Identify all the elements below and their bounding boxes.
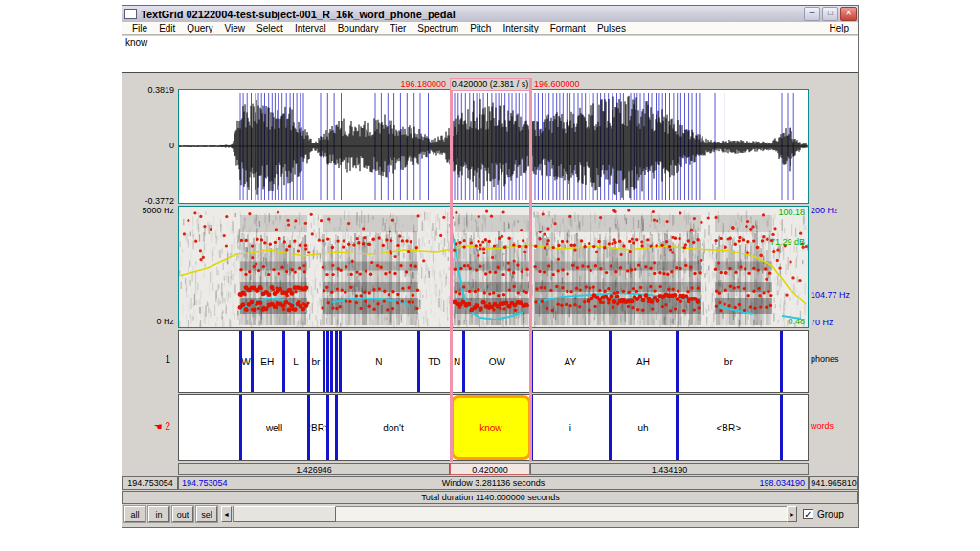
menu-interval[interactable]: Interval xyxy=(289,23,332,33)
group-checkbox[interactable]: ✓ xyxy=(803,509,813,519)
menu-query[interactable]: Query xyxy=(181,23,218,33)
visible-window-bar[interactable]: 194.753054 Window 3.281136 seconds 198.0… xyxy=(178,476,809,490)
minimize-button[interactable]: ─ xyxy=(804,7,820,21)
tier-interval[interactable]: EH xyxy=(252,331,283,392)
interval-label: know xyxy=(479,423,501,433)
tier-interval[interactable]: i xyxy=(531,395,610,460)
interval-boundary[interactable] xyxy=(307,331,310,392)
selection-duration-label[interactable]: 0.420000 (2.381 / s) xyxy=(450,78,530,91)
maximize-button[interactable]: □ xyxy=(822,7,838,21)
tier-interval[interactable]: L xyxy=(283,331,308,392)
zoom-out-button[interactable]: out xyxy=(172,506,193,522)
tier-interval[interactable]: <BR> xyxy=(308,395,327,460)
menu-pitch[interactable]: Pitch xyxy=(464,23,497,33)
tier-interval[interactable]: don't xyxy=(336,395,451,460)
total-duration-bar[interactable]: Total duration 1140.000000 seconds xyxy=(122,491,858,504)
interval-boundary[interactable] xyxy=(780,331,783,392)
title-bar[interactable]: TextGrid 02122004-test-subject-001_R_16k… xyxy=(122,6,858,22)
tier-interval[interactable]: br xyxy=(677,331,781,392)
scrollbar-thumb[interactable] xyxy=(234,506,336,522)
interval-boundary[interactable] xyxy=(239,395,242,460)
menu-view[interactable]: View xyxy=(219,23,252,33)
interval-boundary[interactable] xyxy=(335,331,338,392)
tier-phones[interactable]: WEHLbrNTDNOWAYAHbr xyxy=(178,330,809,393)
interval-boundary[interactable] xyxy=(609,395,612,460)
selected-interval[interactable]: know xyxy=(451,395,531,460)
selection-start-marker[interactable] xyxy=(450,78,453,462)
menu-select[interactable]: Select xyxy=(251,23,289,33)
selected-tier-pointer-icon: ☚ xyxy=(154,421,163,431)
scroll-left-arrow[interactable]: ◄ xyxy=(221,506,232,522)
interval-boundary[interactable] xyxy=(609,331,612,392)
spectrogram-bottom-freq-label: 0 Hz xyxy=(122,317,174,326)
tier-interval[interactable]: N xyxy=(340,331,418,392)
interval-label: OW xyxy=(489,357,505,367)
right-duration-bar[interactable]: 1.434190 xyxy=(530,463,809,475)
interval-boundary[interactable] xyxy=(417,331,420,392)
tier-1-name[interactable]: phones xyxy=(811,354,839,364)
interval-boundary[interactable] xyxy=(282,331,285,392)
tier-interval[interactable] xyxy=(179,395,240,460)
tier-1-number[interactable]: 1 xyxy=(122,354,170,364)
selection-start-time[interactable]: 196.180000 xyxy=(345,79,446,89)
tier-interval[interactable] xyxy=(781,395,810,460)
menu-boundary[interactable]: Boundary xyxy=(332,23,385,33)
interval-label: AY xyxy=(565,357,577,367)
close-button[interactable]: ✕ xyxy=(840,7,857,21)
intensity-min-value: 0.48 xyxy=(788,317,805,326)
tier-words[interactable]: well<BR>don'tknowiuh<BR> xyxy=(178,394,809,461)
tier-interval[interactable]: TD xyxy=(418,331,451,392)
scroll-right-arrow[interactable]: ► xyxy=(787,506,797,522)
interval-boundary[interactable] xyxy=(239,331,242,392)
tier-2-name[interactable]: words xyxy=(811,421,834,430)
menu-intensity[interactable]: Intensity xyxy=(497,23,544,33)
zoom-in-button[interactable]: in xyxy=(148,506,169,522)
selection-end-marker[interactable] xyxy=(529,78,532,462)
selection-end-time[interactable]: 196.600000 xyxy=(534,79,580,89)
tier-interval[interactable]: AH xyxy=(610,331,677,392)
tier-interval[interactable]: AY xyxy=(531,331,610,392)
interval-boundary[interactable] xyxy=(335,395,338,460)
interval-text-field[interactable]: know xyxy=(122,36,858,73)
tier-interval[interactable] xyxy=(179,331,240,392)
interval-boundary[interactable] xyxy=(330,331,333,392)
tier-2-number[interactable]: ☚ 2 xyxy=(122,421,170,431)
interval-label: L xyxy=(293,357,299,367)
interval-text-value: know xyxy=(125,37,147,48)
menu-help[interactable]: Help xyxy=(823,23,855,33)
pitch-bottom-label: 70 Hz xyxy=(811,318,834,327)
interval-label: W xyxy=(241,357,250,367)
menu-spectrum[interactable]: Spectrum xyxy=(412,23,464,33)
tier-interval[interactable]: br xyxy=(308,331,323,392)
tier-interval[interactable]: OW xyxy=(463,331,531,392)
left-duration-bar[interactable]: 1.426946 xyxy=(178,463,450,475)
interval-label: don't xyxy=(383,423,403,433)
menu-tier[interactable]: Tier xyxy=(385,23,412,33)
tier-interval[interactable]: <BR> xyxy=(677,395,781,460)
interval-boundary[interactable] xyxy=(307,395,310,460)
selection-duration-bar[interactable]: 0.420000 xyxy=(450,463,530,475)
interval-boundary[interactable] xyxy=(676,395,679,460)
interval-boundary[interactable] xyxy=(339,331,342,392)
interval-boundary[interactable] xyxy=(780,395,783,460)
interval-label: <BR> xyxy=(308,423,327,433)
tier-interval[interactable]: well xyxy=(240,395,308,460)
spectrogram-panel[interactable]: 100.18 71.29 dB 0.48 xyxy=(178,206,809,328)
menu-file[interactable]: File xyxy=(126,23,153,33)
interval-boundary[interactable] xyxy=(326,331,329,392)
window-icon xyxy=(124,9,137,19)
interval-boundary[interactable] xyxy=(462,331,465,392)
interval-boundary[interactable] xyxy=(251,331,254,392)
zoom-all-button[interactable]: all xyxy=(124,506,145,522)
menu-edit[interactable]: Edit xyxy=(153,23,181,33)
interval-boundary[interactable] xyxy=(323,331,325,392)
amplitude-min-label: -0.3772 xyxy=(122,196,174,206)
waveform-panel[interactable] xyxy=(178,89,809,204)
menu-formant[interactable]: Formant xyxy=(545,23,591,33)
interval-boundary[interactable] xyxy=(676,331,679,392)
tier-interval[interactable]: uh xyxy=(610,395,677,460)
tier-interval[interactable] xyxy=(781,331,810,392)
menu-pulses[interactable]: Pulses xyxy=(591,23,632,33)
zoom-sel-button[interactable]: sel xyxy=(196,506,217,522)
interval-boundary[interactable] xyxy=(326,395,329,460)
